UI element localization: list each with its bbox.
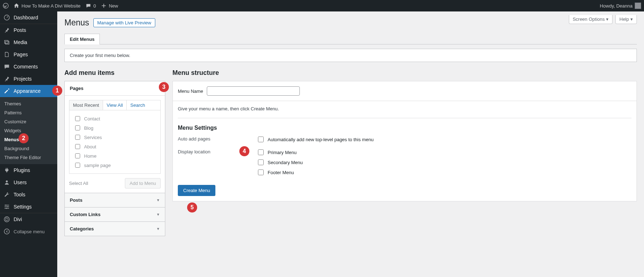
- auto-add-checkbox[interactable]: [258, 137, 264, 142]
- collapse-menu[interactable]: Collapse menu: [0, 225, 57, 238]
- annotation-1: 1: [52, 86, 62, 96]
- page-item[interactable]: Contact: [73, 114, 157, 123]
- menu-settings-heading: Menu Settings: [178, 125, 631, 131]
- page-label: About: [84, 144, 96, 149]
- sidebar-item-settings[interactable]: Settings: [0, 201, 57, 213]
- page-label: sample page: [84, 163, 111, 168]
- chevron-down-icon: ▼: [156, 212, 160, 216]
- chevron-down-icon: ▼: [156, 227, 160, 231]
- admin-bar: How To Make A Divi Website 0 New Howdy, …: [0, 0, 644, 11]
- accordion-title: Custom Links: [70, 212, 101, 217]
- add-to-menu-button[interactable]: Add to Menu: [125, 178, 161, 188]
- page-icon: [4, 51, 10, 58]
- annotation-5: 5: [187, 202, 197, 212]
- sidebar-item-media[interactable]: Media: [0, 36, 57, 48]
- page-checkbox[interactable]: [75, 116, 80, 121]
- help-button[interactable]: Help ▾: [615, 15, 637, 24]
- svg-point-4: [7, 206, 8, 207]
- annotation-4: 4: [239, 146, 249, 156]
- sidebar-item-plugins[interactable]: Plugins: [0, 164, 57, 176]
- plugin-icon: [4, 167, 10, 173]
- site-link[interactable]: How To Make A Divi Website: [14, 0, 80, 11]
- wp-logo[interactable]: [3, 0, 9, 11]
- sidebar-item-comments[interactable]: Comments: [0, 61, 57, 73]
- sidebar-label: Appearance: [14, 88, 41, 94]
- location-text: Primary Menu: [268, 150, 297, 155]
- tab-most-recent[interactable]: Most Recent: [69, 100, 103, 110]
- page-item[interactable]: sample page: [73, 161, 157, 170]
- wrench-icon: [4, 191, 10, 198]
- accordion-categories-header[interactable]: Categories▼: [65, 222, 165, 236]
- pin-icon: [4, 76, 10, 82]
- sidebar-item-projects[interactable]: Projects: [0, 73, 57, 85]
- page-checkbox[interactable]: [75, 125, 80, 130]
- tab-search[interactable]: Search: [127, 100, 148, 110]
- location-checkbox[interactable]: [258, 149, 264, 155]
- location-option[interactable]: Secondary Menu: [257, 158, 303, 166]
- sidebar-label: Divi: [14, 216, 22, 222]
- sidebar-item-divi[interactable]: Divi: [0, 213, 57, 225]
- page-checkbox[interactable]: [75, 135, 80, 140]
- accordion-title: Posts: [70, 197, 82, 203]
- submenu-themes[interactable]: Themes: [0, 99, 57, 108]
- sidebar-item-tools[interactable]: Tools: [0, 188, 57, 201]
- screen-options-label: Screen Options: [573, 16, 605, 22]
- auto-add-option[interactable]: Automatically add new top-level pages to…: [257, 135, 374, 143]
- location-text: Footer Menu: [268, 170, 294, 175]
- tab-view-all[interactable]: View All: [103, 100, 127, 110]
- annotation-3: 3: [159, 82, 169, 92]
- menu-edit-panel: Menu Name Give your menu a name, then cl…: [172, 81, 637, 201]
- menu-instruction: Give your menu a name, then click Create…: [178, 106, 631, 111]
- submenu-background[interactable]: Background: [0, 144, 57, 153]
- appearance-submenu: Themes Patterns Customize Widgets Menus …: [0, 97, 57, 164]
- home-icon: [14, 3, 19, 9]
- menu-name-input[interactable]: [207, 86, 300, 96]
- create-menu-button[interactable]: Create Menu: [178, 185, 215, 196]
- menu-name-label: Menu Name: [178, 89, 203, 94]
- sidebar-item-users[interactable]: Users: [0, 176, 57, 188]
- submenu-theme-editor[interactable]: Theme File Editor: [0, 153, 57, 162]
- sidebar-item-pages[interactable]: Pages: [0, 48, 57, 61]
- sidebar-label: Plugins: [14, 167, 30, 173]
- sidebar-label: Media: [14, 39, 27, 45]
- select-all-link[interactable]: Select All: [69, 181, 88, 186]
- page-item[interactable]: About: [73, 142, 157, 151]
- page-item[interactable]: Services: [73, 133, 157, 142]
- comments-count: 0: [93, 3, 96, 9]
- sidebar-item-dashboard[interactable]: Dashboard: [0, 11, 57, 24]
- location-checkbox[interactable]: [258, 159, 264, 165]
- submenu-customize[interactable]: Customize: [0, 117, 57, 126]
- location-checkbox[interactable]: [258, 169, 264, 175]
- collapse-icon: [4, 228, 10, 235]
- screen-options-button[interactable]: Screen Options ▾: [569, 15, 613, 24]
- page-label: Contact: [84, 116, 100, 121]
- add-items-accordion: Pages Most Recent View All Search Contac…: [64, 81, 165, 236]
- submenu-menus[interactable]: Menus 2: [0, 135, 57, 144]
- accordion-posts-header[interactable]: Posts▼: [65, 193, 165, 207]
- comments-link[interactable]: 0: [86, 0, 96, 11]
- media-icon: [4, 39, 10, 46]
- page-item[interactable]: Blog: [73, 123, 157, 133]
- account-link[interactable]: Howdy, Deanna: [600, 0, 641, 11]
- tab-edit-menus[interactable]: Edit Menus: [64, 34, 100, 44]
- new-content[interactable]: New: [101, 0, 118, 11]
- chevron-down-icon: ▾: [630, 16, 633, 22]
- accordion-pages-header[interactable]: Pages: [65, 81, 165, 96]
- divi-icon: [4, 216, 10, 223]
- page-checkbox[interactable]: [75, 153, 80, 158]
- submenu-widgets[interactable]: Widgets: [0, 126, 57, 135]
- accordion-custom-links-header[interactable]: Custom Links▼: [65, 207, 165, 221]
- location-option[interactable]: Primary Menu: [257, 148, 303, 156]
- sidebar-item-appearance[interactable]: Appearance 1: [0, 85, 57, 97]
- svg-point-2: [6, 181, 8, 182]
- page-item[interactable]: Home: [73, 151, 157, 161]
- page-label: Blog: [84, 125, 93, 131]
- page-checkbox[interactable]: [75, 144, 80, 149]
- submenu-patterns[interactable]: Patterns: [0, 108, 57, 117]
- svg-point-6: [4, 217, 9, 222]
- plus-icon: [101, 3, 107, 9]
- location-option[interactable]: Footer Menu: [257, 168, 303, 176]
- live-preview-button[interactable]: Manage with Live Preview: [93, 18, 155, 27]
- page-checkbox[interactable]: [75, 163, 80, 168]
- sidebar-item-posts[interactable]: Posts: [0, 24, 57, 36]
